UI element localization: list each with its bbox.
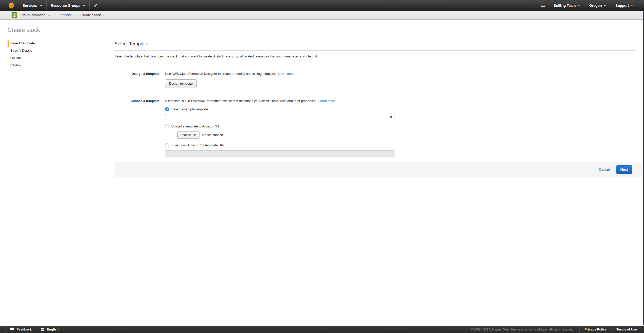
main-content: Select Template Select the template that… [114, 41, 636, 157]
chevron-down-icon [83, 5, 85, 6]
file-upload-row: Choose File No file chosen [177, 131, 636, 139]
choose-template-text: A template is a JSON/YAML-formatted text… [165, 99, 316, 103]
sample-template-radio[interactable] [165, 107, 169, 111]
step-review[interactable]: Review [8, 61, 98, 69]
breadcrumb-stacks-link[interactable]: Stacks [61, 13, 72, 17]
breadcrumb-separator: › [75, 13, 77, 17]
notifications-button[interactable] [537, 0, 549, 11]
chevron-down-icon [578, 5, 581, 6]
nav-account-label: SolEng Team [554, 4, 576, 8]
next-button[interactable]: Next [616, 165, 632, 174]
breadcrumb-service-label: CloudFormation [20, 13, 46, 17]
option-s3-url: Specify an Amazon S3 template URL [165, 143, 636, 148]
bell-icon [541, 3, 545, 8]
nav-resource-groups-menu[interactable]: Resource Groups [47, 0, 89, 11]
nav-resource-groups-label: Resource Groups [51, 4, 80, 8]
top-nav-left: Services Resource Groups [0, 0, 102, 11]
page-title: Create stack [8, 27, 40, 34]
globe-icon [41, 327, 45, 331]
cloudformation-icon [12, 12, 17, 18]
feedback-button[interactable]: Feedback [6, 326, 36, 333]
design-template-content: Use AWS CloudFormation Designer to creat… [165, 71, 636, 88]
design-learn-more-link[interactable]: Learn more. [278, 72, 296, 76]
sample-template-select[interactable] [165, 114, 394, 120]
feedback-label: Feedback [17, 327, 32, 331]
copyright-text: © 2008 - 2017, Amazon Web Services, Inc.… [471, 326, 579, 333]
select-stepper-icon [390, 115, 392, 118]
choose-file-button[interactable]: Choose File [177, 131, 199, 139]
s3-url-radio[interactable] [165, 143, 169, 147]
option-sample-template: Select a sample template [165, 107, 636, 112]
footer-right: © 2008 - 2017, Amazon Web Services, Inc.… [471, 326, 644, 333]
cancel-button[interactable]: Cancel [599, 168, 610, 172]
upload-template-radio-label[interactable]: Upload a template to Amazon S3 [171, 124, 219, 129]
option-upload-template: Upload a template to Amazon S3 [165, 124, 636, 129]
language-button[interactable]: English [36, 326, 63, 333]
nav-services-label: Services [23, 4, 37, 8]
choose-learn-more-link[interactable]: Learn more. [318, 99, 336, 103]
section-intro: Select the template that describes the s… [114, 54, 636, 59]
chevron-down-icon [48, 14, 50, 16]
design-template-button[interactable]: Design template [165, 79, 197, 88]
vertical-scrollbar[interactable] [643, 11, 644, 325]
choose-template-content: A template is a JSON/YAML-formatted text… [165, 98, 636, 157]
sample-template-radio-label[interactable]: Select a sample template [171, 107, 208, 112]
nav-support-menu[interactable]: Support [611, 0, 638, 11]
page-footer: Feedback English © 2008 - 2017, Amazon W… [0, 326, 644, 333]
breadcrumb-current: Create Stack [80, 13, 101, 17]
design-template-row: Design a template Use AWS CloudFormation… [114, 71, 636, 88]
breadcrumb-divider [56, 12, 56, 18]
nav-support-label: Support [615, 4, 629, 8]
wizard-steps: Select Template Specify Details Options … [8, 40, 98, 69]
s3-url-radio-label[interactable]: Specify an Amazon S3 template URL [171, 143, 225, 148]
section-divider [114, 50, 636, 51]
chevron-down-icon [604, 5, 607, 6]
footer-divider [63, 326, 63, 333]
pin-shortcut-button[interactable] [90, 0, 102, 11]
nav-region-label: Oregon [589, 4, 602, 8]
footer-left: Feedback English [6, 326, 63, 333]
language-label: English [47, 327, 59, 331]
footer-end-pad [642, 326, 644, 333]
breadcrumb: CloudFormation Stacks › Create Stack [0, 11, 644, 20]
top-nav-right: SolEng Team Oregon Support [537, 0, 644, 11]
upload-template-radio[interactable] [165, 124, 169, 128]
pushpin-icon [93, 3, 98, 8]
chevron-down-icon [631, 5, 634, 6]
breadcrumb-service-menu[interactable]: CloudFormation [20, 13, 50, 17]
choose-template-label: Choose a template [114, 98, 159, 104]
section-heading: Select Template [114, 41, 636, 47]
s3-url-input[interactable] [165, 150, 395, 157]
aws-logo[interactable] [5, 0, 18, 11]
chevron-down-icon [39, 5, 42, 6]
nav-account-menu[interactable]: SolEng Team [549, 0, 585, 11]
step-specify-details[interactable]: Specify Details [8, 47, 98, 54]
speech-bubble-icon [10, 327, 14, 331]
terms-of-use-link[interactable]: Terms of Use [612, 326, 642, 333]
step-select-template[interactable]: Select Template [8, 40, 98, 47]
file-chosen-status: No file chosen [202, 132, 223, 138]
nav-services-menu[interactable]: Services [18, 0, 46, 11]
step-options[interactable]: Options [8, 54, 98, 61]
privacy-policy-link[interactable]: Privacy Policy [580, 326, 611, 333]
aws-cube-icon [8, 2, 14, 9]
choose-template-row: Choose a template A template is a JSON/Y… [114, 98, 636, 157]
design-template-text: Use AWS CloudFormation Designer to creat… [165, 72, 276, 76]
top-nav: Services Resource Groups [0, 0, 644, 11]
nav-region-menu[interactable]: Oregon [585, 0, 611, 11]
wizard-action-bar: Cancel Next [114, 162, 644, 177]
design-template-label: Design a template [114, 71, 159, 76]
